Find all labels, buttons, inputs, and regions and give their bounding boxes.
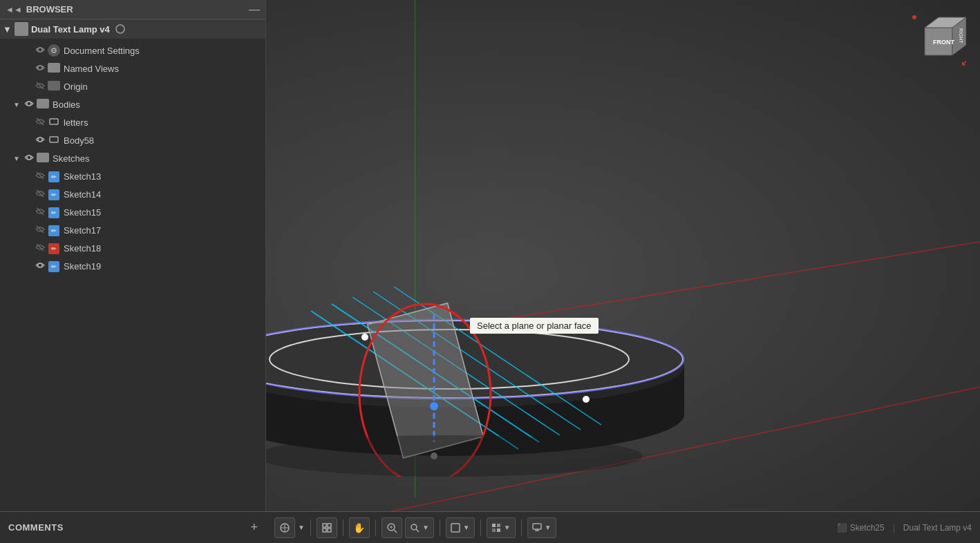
display-dropdown[interactable]: ▼: [487, 517, 516, 538]
tree-item-origin[interactable]: Origin: [0, 77, 265, 95]
tree-item-sketch14[interactable]: ✏ Sketch14: [0, 185, 265, 203]
eye-sketch19[interactable]: [33, 260, 47, 272]
coord-dropdown-arrow[interactable]: ▼: [298, 524, 305, 531]
tree-item-document-settings[interactable]: ⚙ Document Settings: [0, 41, 265, 59]
tree-item-bodies[interactable]: ▼ Bodies: [0, 95, 265, 113]
svg-rect-48: [323, 524, 326, 527]
sketch15-label: Sketch15: [61, 207, 101, 218]
separator4: [440, 520, 440, 536]
tree-item-sketch13[interactable]: ✏ Sketch13: [0, 167, 265, 185]
svg-text:RIGHT: RIGHT: [959, 28, 963, 44]
browser-header: ◄◄ BROWSER —: [0, 0, 265, 19]
tree-item-named-views[interactable]: Named Views: [0, 59, 265, 77]
svg-point-18: [430, 402, 438, 410]
tooltip: Select a plane or planar face: [470, 318, 599, 334]
eye-sketch17[interactable]: [33, 225, 47, 236]
tree-item-sketch15[interactable]: ✏ Sketch15: [0, 203, 265, 221]
svg-rect-58: [451, 524, 460, 532]
doc-toggle[interactable]: ▼: [3, 24, 12, 35]
eye-doc-settings[interactable]: [33, 45, 47, 57]
sketch17-icon: ✏: [47, 225, 61, 236]
eye-sketch18[interactable]: [33, 242, 47, 254]
gear-icon: ⚙: [47, 44, 61, 57]
grid-toggle-button[interactable]: [317, 517, 337, 538]
view-cube[interactable]: FRONT RIGHT ↙: [911, 14, 966, 69]
sketches-toggle[interactable]: ▼: [11, 155, 22, 162]
doc-name-label: Dual Text Lamp v4: [31, 24, 110, 35]
folder-named-views-icon: [47, 63, 61, 75]
eye-origin[interactable]: [33, 81, 47, 93]
sketch14-icon: ✏: [47, 189, 61, 200]
body58-label: Body58: [61, 135, 94, 146]
comments-label: COMMENTS: [8, 522, 64, 533]
tree-item-body58[interactable]: Body58: [0, 131, 265, 149]
sketch18-label: Sketch18: [61, 243, 101, 254]
zoom-fit-button[interactable]: [381, 517, 402, 538]
svg-line-57: [416, 529, 419, 532]
eye-letters[interactable]: [33, 117, 47, 128]
sketch19-icon: ✏: [47, 260, 61, 272]
eye-named-views[interactable]: [33, 63, 47, 75]
eye-sketch13[interactable]: [33, 171, 47, 182]
bodies-label: Bodies: [50, 99, 80, 110]
radio-btn: [115, 24, 125, 34]
svg-point-56: [411, 524, 417, 530]
tree-item-sketch19[interactable]: ✏ Sketch19: [0, 257, 265, 275]
named-views-label: Named Views: [61, 64, 119, 74]
add-comment-button[interactable]: +: [250, 520, 258, 535]
separator3: [375, 520, 376, 536]
minimize-button[interactable]: —: [249, 3, 260, 16]
eye-body58[interactable]: [33, 135, 47, 146]
collapse-button[interactable]: ◄◄: [6, 5, 22, 15]
svg-point-28: [912, 15, 916, 19]
bodies-toggle[interactable]: ▼: [11, 101, 22, 108]
coordinate-button[interactable]: [274, 517, 295, 538]
pan-button[interactable]: ✋: [349, 517, 370, 538]
tooltip-text: Select a plane or planar face: [477, 321, 592, 331]
svg-rect-37: [50, 137, 58, 142]
tree-item-sketch17[interactable]: ✏ Sketch17: [0, 221, 265, 239]
svg-rect-60: [497, 524, 500, 527]
svg-point-17: [361, 334, 368, 341]
bottom-toolbar: ▼ ✋ ▼ ▼: [266, 511, 980, 543]
sketch19-label: Sketch19: [61, 261, 101, 272]
origin-label: Origin: [61, 82, 88, 92]
eye-bodies[interactable]: [22, 99, 36, 111]
browser-title: BROWSER: [26, 4, 245, 15]
eye-sketches[interactable]: [22, 153, 36, 164]
svg-line-53: [394, 530, 397, 533]
sketch-label: Sketch25: [850, 523, 885, 533]
letters-label: letters: [61, 117, 88, 128]
svg-rect-50: [323, 528, 326, 532]
sketch13-label: Sketch13: [61, 171, 101, 182]
view-mode-dropdown[interactable]: ▼: [446, 517, 475, 538]
sketches-label: Sketches: [50, 153, 89, 164]
browser-panel: ◄◄ BROWSER — ▼ Dual Text Lamp v4 ⚙ Docum…: [0, 0, 266, 511]
lamp-status: Dual Text Lamp v4: [903, 523, 972, 533]
tree-item-sketch18[interactable]: ✏ Sketch18: [0, 239, 265, 257]
browser-tree: ⚙ Document Settings Named Views: [0, 39, 265, 278]
sketch18-icon: ✏: [47, 242, 61, 254]
svg-point-20: [583, 396, 590, 403]
ui-dropdown[interactable]: ▼: [527, 517, 556, 538]
svg-rect-62: [497, 528, 500, 532]
tree-item-letters[interactable]: letters: [0, 113, 265, 131]
separator2: [343, 520, 343, 536]
svg-rect-59: [492, 524, 496, 527]
eye-sketch14[interactable]: [33, 189, 47, 200]
folder-bodies-icon: [36, 99, 50, 111]
doc-icon: [15, 22, 28, 36]
sketch13-icon: ✏: [47, 171, 61, 182]
svg-rect-51: [328, 528, 331, 532]
tree-item-sketches[interactable]: ▼ Sketches: [0, 149, 265, 167]
doc-root-item[interactable]: ▼ Dual Text Lamp v4: [0, 19, 265, 39]
svg-rect-63: [533, 524, 541, 529]
sketch15-icon: ✏: [47, 207, 61, 218]
separator6: [521, 520, 522, 536]
svg-rect-49: [328, 524, 331, 527]
sketch14-label: Sketch14: [61, 189, 101, 200]
zoom-dropdown[interactable]: ▼: [405, 517, 434, 538]
folder-sketches-icon: [36, 153, 50, 164]
separator1: [310, 520, 311, 536]
eye-sketch15[interactable]: [33, 207, 47, 218]
